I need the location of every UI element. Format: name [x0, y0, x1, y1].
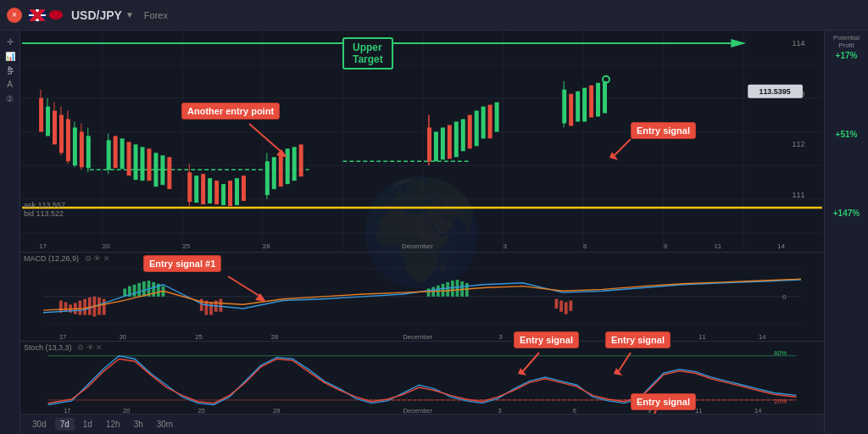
svg-rect-133: [446, 282, 449, 297]
svg-rect-73: [454, 122, 459, 158]
chart-area: 🌍: [20, 31, 824, 434]
tf-7d[interactable]: 7d: [55, 418, 75, 431]
svg-rect-59: [235, 178, 239, 205]
svg-text:6: 6: [573, 406, 576, 414]
profit-17-pct: +17%: [836, 51, 858, 60]
svg-text:20: 20: [103, 242, 110, 250]
svg-rect-45: [134, 144, 138, 180]
svg-rect-54: [201, 174, 205, 204]
svg-rect-139: [559, 300, 563, 311]
svg-text:17: 17: [39, 242, 47, 250]
text-icon[interactable]: A: [7, 80, 13, 89]
tf-30d[interactable]: 30d: [27, 418, 52, 431]
svg-text:December: December: [403, 333, 432, 341]
svg-rect-83: [576, 92, 580, 122]
svg-marker-16: [731, 39, 746, 47]
close-button[interactable]: ×: [7, 8, 22, 23]
svg-rect-86: [596, 83, 600, 117]
svg-rect-82: [569, 94, 573, 126]
symbol-label[interactable]: USD/JPY: [71, 8, 122, 22]
svg-text:14: 14: [759, 333, 765, 341]
crosshair-icon[interactable]: ✛: [7, 37, 14, 47]
potential-profit-label: Potential Profit: [825, 34, 868, 49]
svg-text:11: 11: [698, 333, 705, 341]
svg-rect-56: [214, 181, 219, 204]
macd-label: MACD (12,26,9) ⚙ 👁 ✕: [24, 254, 110, 263]
svg-text:December: December: [402, 242, 433, 250]
svg-text:December: December: [403, 406, 433, 414]
svg-rect-79: [495, 103, 499, 132]
price-chart-svg: 114 113 112 111: [20, 31, 824, 252]
svg-rect-43: [120, 138, 125, 169]
svg-rect-138: [555, 298, 559, 308]
ask-price: ask 113.557 bid 113.522: [24, 201, 65, 218]
svg-rect-70: [434, 131, 438, 161]
another-entry-arrow: [181, 103, 309, 170]
svg-text:20: 20: [120, 333, 126, 341]
svg-text:11: 11: [714, 242, 721, 250]
svg-rect-110: [83, 298, 86, 314]
svg-rect-58: [228, 181, 232, 206]
entry-signal-1-arrow: [143, 255, 270, 306]
svg-rect-49: [160, 155, 164, 185]
svg-line-167: [249, 124, 283, 153]
market-label: Forex: [144, 10, 168, 20]
topbar: × USD/JPY ▼ Forex: [0, 0, 868, 31]
svg-line-169: [228, 276, 262, 298]
svg-text:3: 3: [499, 333, 503, 341]
chart-icon[interactable]: 📊: [5, 52, 15, 61]
svg-rect-53: [194, 175, 198, 203]
svg-rect-47: [147, 148, 151, 181]
svg-rect-134: [451, 281, 454, 297]
svg-rect-118: [137, 283, 141, 297]
svg-rect-87: [603, 81, 607, 114]
svg-rect-78: [488, 105, 492, 139]
svg-line-175: [618, 353, 631, 372]
svg-rect-24: [39, 98, 43, 132]
svg-rect-48: [153, 153, 158, 186]
svg-rect-114: [103, 298, 106, 314]
tf-1d[interactable]: 1d: [78, 418, 97, 431]
svg-rect-135: [456, 280, 459, 297]
profit-147-pct: +147%: [833, 209, 860, 218]
svg-text:17: 17: [64, 406, 70, 414]
stoch-label: Stoch (13,3,3) ⚙ 👁 ✕: [24, 343, 103, 352]
svg-rect-105: [59, 300, 63, 312]
macd-chart: MACD (12,26,9) ⚙ 👁 ✕ 0: [20, 253, 824, 342]
svg-rect-74: [461, 120, 465, 152]
svg-text:14: 14: [777, 242, 785, 250]
svg-rect-137: [465, 283, 469, 297]
tf-30m[interactable]: 30m: [152, 418, 178, 431]
svg-rect-60: [242, 175, 246, 201]
tf-3h[interactable]: 3h: [129, 418, 148, 431]
svg-rect-141: [569, 300, 572, 310]
svg-rect-42: [114, 136, 118, 168]
svg-rect-40: [107, 140, 111, 170]
svg-rect-76: [475, 111, 479, 147]
svg-text:111: 111: [792, 191, 804, 199]
entry-signal-main-arrow: [631, 122, 698, 164]
svg-rect-44: [127, 142, 131, 175]
left-sidebar: ✛ 📊 4h A ②: [0, 31, 20, 434]
symbol-dropdown[interactable]: ▼: [125, 10, 134, 19]
macd-svg: 0: [20, 253, 824, 341]
svg-text:9: 9: [664, 242, 668, 250]
bid-label: bid 113.522: [24, 209, 65, 218]
svg-rect-57: [221, 184, 225, 205]
svg-marker-168: [276, 149, 287, 158]
right-panel: Potential Profit +17% +51% +147%: [824, 0, 868, 434]
svg-text:113.5395: 113.5395: [759, 87, 790, 96]
ask-label: ask 113.557: [24, 201, 65, 209]
svg-rect-75: [468, 115, 472, 149]
svg-rect-72: [448, 125, 452, 159]
stoch1-arrow: [514, 331, 565, 374]
svg-rect-77: [481, 107, 486, 139]
svg-rect-111: [88, 298, 92, 315]
tf-12h[interactable]: 12h: [101, 418, 125, 431]
interval-label[interactable]: 4h: [6, 66, 14, 75]
layer-icon[interactable]: ②: [6, 94, 14, 103]
svg-text:28: 28: [263, 242, 270, 250]
stoch2-arrow: [614, 331, 665, 374]
svg-rect-140: [565, 302, 568, 314]
svg-rect-132: [442, 284, 445, 297]
